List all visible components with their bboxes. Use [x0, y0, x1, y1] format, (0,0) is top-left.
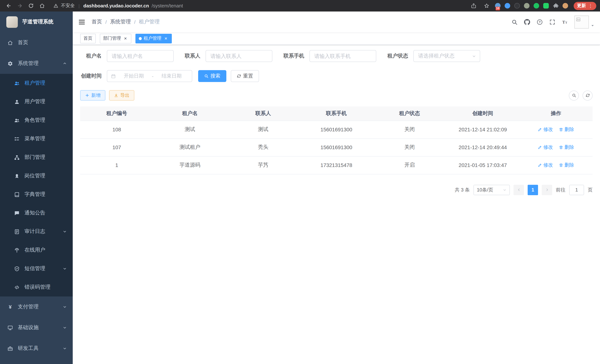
- navbar-actions: ? TT: [511, 15, 594, 28]
- cell-actions: 修改 删除: [519, 156, 593, 174]
- browser-home-icon[interactable]: [37, 1, 47, 10]
- tenant-status-select[interactable]: 请选择租户状态: [413, 50, 480, 62]
- address-bar[interactable]: 不安全 | dashboard.yudao.iocoder.cn/system/…: [53, 3, 467, 9]
- edit-button[interactable]: 修改: [538, 162, 553, 168]
- breadcrumb-home[interactable]: 首页: [92, 19, 102, 25]
- page-number-button[interactable]: 1: [528, 185, 538, 195]
- contact-input[interactable]: [206, 50, 272, 62]
- url-separator: |: [78, 3, 80, 8]
- delete-button[interactable]: 删除: [559, 144, 574, 151]
- svg-text:?: ?: [539, 20, 541, 24]
- delete-button[interactable]: 删除: [559, 162, 574, 168]
- user-menu[interactable]: [574, 15, 594, 28]
- toggle-search-button[interactable]: [569, 90, 579, 100]
- extension-icon-drop[interactable]: [504, 3, 511, 9]
- edit-button[interactable]: 修改: [538, 126, 553, 133]
- phone-input[interactable]: [309, 50, 376, 62]
- refresh-icon: [585, 93, 590, 98]
- page-content: 租户名 联系人 联系手机 租户状态 请选择租户状态: [73, 45, 600, 364]
- cell-status: 关闭: [373, 121, 446, 138]
- hamburger-icon[interactable]: [78, 18, 85, 25]
- sidebar-item-notice[interactable]: 通知公告: [0, 204, 73, 222]
- date-start-placeholder: 开始日期: [117, 73, 150, 79]
- bookmark-star-icon[interactable]: [482, 1, 491, 10]
- cell-tenant-name: 测试: [153, 121, 227, 138]
- close-icon[interactable]: ×: [123, 36, 128, 41]
- user-avatar[interactable]: [574, 15, 589, 28]
- create-time-range-picker[interactable]: 开始日期 - 结束日期: [107, 70, 192, 82]
- sidebar-item-dev[interactable]: 研发工具: [0, 338, 73, 359]
- sidebar-item-system[interactable]: 系统管理: [0, 53, 73, 74]
- fullscreen-icon[interactable]: [549, 19, 555, 25]
- extensions-puzzle-icon[interactable]: [553, 3, 559, 9]
- tab-tenant[interactable]: 租户管理×: [135, 34, 172, 43]
- extension-icon-green[interactable]: [533, 3, 540, 9]
- sidebar-item-errcode[interactable]: 错误码管理: [0, 278, 73, 297]
- role-users-icon: [14, 117, 20, 123]
- sidebar-item-online[interactable]: 在线用户: [0, 241, 73, 259]
- close-icon[interactable]: ×: [163, 36, 169, 41]
- document-icon: [14, 229, 20, 234]
- page-size-select[interactable]: 10条/页: [473, 185, 510, 195]
- chevron-down-icon: [472, 54, 476, 58]
- search-icon: [204, 74, 208, 78]
- search-button[interactable]: 搜索: [198, 70, 226, 82]
- prev-page-button[interactable]: [514, 185, 524, 195]
- sidebar-item-user[interactable]: 用户管理: [0, 92, 73, 111]
- edit-button[interactable]: 修改: [538, 144, 553, 151]
- export-button[interactable]: 导出: [109, 90, 134, 101]
- tab-home[interactable]: 首页: [80, 34, 96, 43]
- sidebar-item-role[interactable]: 角色管理: [0, 111, 73, 130]
- sidebar-item-dept[interactable]: 部门管理: [0, 148, 73, 167]
- sidebar-item-audit[interactable]: 审计日志: [0, 222, 73, 241]
- sidebar-item-tenant[interactable]: 租户管理: [0, 74, 73, 92]
- message-icon: [14, 210, 20, 216]
- sidebar-item-dict[interactable]: 字典管理: [0, 185, 73, 204]
- tenant-table: 租户编号 租户名 联系人 联系手机 租户状态 创建时间 操作 108 测试: [80, 106, 593, 174]
- extension-icon-chat[interactable]: [543, 3, 549, 9]
- font-size-icon[interactable]: TT: [562, 19, 568, 25]
- help-icon[interactable]: ?: [536, 19, 543, 25]
- caret-down-icon[interactable]: [591, 24, 594, 28]
- extension-icon-gray[interactable]: [524, 3, 530, 9]
- browser-reload-icon[interactable]: [26, 1, 36, 10]
- app-logo[interactable]: 芋道管理系统: [0, 11, 73, 32]
- date-separator: -: [152, 73, 153, 79]
- sidebar-item-post[interactable]: 岗位管理: [0, 167, 73, 185]
- svg-text:T: T: [562, 20, 565, 24]
- logo-avatar: [6, 16, 18, 28]
- browser-menu-icon[interactable]: ⋮: [588, 3, 593, 9]
- tags-view-bar: 首页 部门管理× 租户管理×: [73, 32, 600, 45]
- header-search-icon[interactable]: [511, 19, 518, 25]
- browser-profile-avatar[interactable]: [562, 3, 568, 9]
- sidebar-item-home[interactable]: 首页: [0, 32, 73, 53]
- next-page-button[interactable]: [542, 185, 552, 195]
- breadcrumb-system[interactable]: 系统管理: [110, 19, 131, 25]
- extension-icon-blocker[interactable]: 10: [495, 3, 501, 9]
- chevron-up-icon: [63, 61, 67, 65]
- reset-button[interactable]: 重置: [231, 70, 259, 82]
- share-icon[interactable]: [469, 1, 478, 10]
- add-button[interactable]: 新增: [80, 90, 105, 101]
- sidebar-item-menu[interactable]: 菜单管理: [0, 130, 73, 148]
- table-toolbar: 新增 导出: [80, 90, 593, 101]
- delete-button[interactable]: 删除: [559, 126, 574, 133]
- sidebar-item-pay[interactable]: ¥ 支付管理: [0, 297, 73, 317]
- update-button[interactable]: 更新 ⋮: [574, 2, 596, 10]
- tab-dept[interactable]: 部门管理×: [100, 34, 131, 43]
- goto-page-input[interactable]: [569, 185, 584, 195]
- extension-icon-globe[interactable]: [514, 3, 520, 9]
- breadcrumb: 首页 / 系统管理 / 租户管理: [92, 19, 160, 25]
- browser-forward-icon[interactable]: [15, 1, 25, 10]
- cell-created: 2021-12-14 20:49:44: [446, 138, 519, 156]
- sidebar-item-infra[interactable]: 基础设施: [0, 317, 73, 338]
- column-header: 租户名: [153, 106, 227, 121]
- security-label[interactable]: 不安全: [61, 3, 75, 9]
- sidebar-item-sms[interactable]: 短信管理: [0, 259, 73, 278]
- cell-tenant-id: 108: [80, 121, 153, 138]
- tenant-name-input[interactable]: [107, 50, 174, 62]
- refresh-table-button[interactable]: [582, 90, 593, 100]
- cell-status: 关闭: [373, 138, 446, 156]
- github-icon[interactable]: [524, 19, 530, 25]
- browser-back-icon[interactable]: [4, 1, 13, 10]
